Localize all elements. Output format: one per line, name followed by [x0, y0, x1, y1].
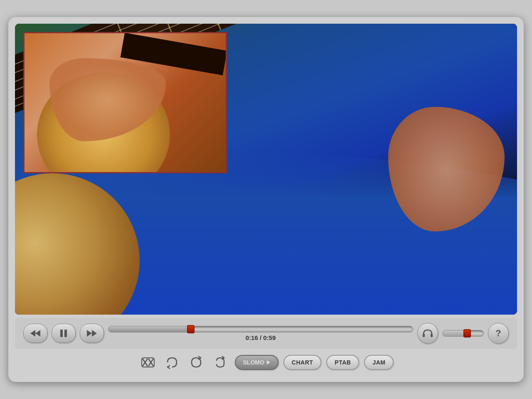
jam-label: JAM: [372, 359, 385, 366]
rewind-icon: [30, 329, 41, 337]
repeat-button[interactable]: [211, 353, 230, 372]
video-main: [15, 24, 517, 315]
time-display: 0:16 / 0:59: [246, 334, 276, 341]
forward-icon: [86, 329, 98, 337]
svg-marker-4: [87, 330, 92, 337]
help-button[interactable]: ?: [488, 323, 509, 344]
slomo-button[interactable]: SLOMO: [235, 355, 278, 370]
svg-rect-6: [423, 334, 425, 337]
bottom-controls: SLOMO CHART PTAB JAM: [15, 349, 517, 374]
rewind-button[interactable]: [23, 324, 47, 343]
ptab-label: PTAB: [335, 359, 351, 366]
svg-rect-7: [431, 334, 433, 337]
svg-rect-12: [142, 358, 154, 367]
repeat-icon: [212, 355, 228, 370]
svg-rect-2: [60, 330, 63, 337]
loop-icon: [188, 355, 204, 370]
slomo-arrow-icon: [267, 360, 270, 365]
forward-button[interactable]: [80, 324, 104, 343]
progress-track[interactable]: [108, 326, 413, 332]
player-container: 0:16 / 0:59 ?: [8, 17, 524, 382]
headphone-icon: [422, 328, 433, 338]
svg-marker-5: [92, 330, 97, 337]
progress-thumb[interactable]: [187, 325, 195, 333]
controls-bar: 0:16 / 0:59 ?: [15, 318, 517, 349]
chart-button[interactable]: CHART: [283, 355, 322, 370]
ptab-button[interactable]: PTAB: [326, 355, 359, 370]
jam-button[interactable]: JAM: [364, 355, 394, 370]
pause-icon: [59, 329, 68, 338]
slomo-label: SLOMO: [243, 359, 264, 366]
volume-container: [442, 330, 484, 337]
video-area: [15, 24, 517, 315]
volume-thumb[interactable]: [463, 329, 471, 337]
loop-one-button[interactable]: [163, 353, 182, 372]
pause-button[interactable]: [52, 324, 76, 343]
headphone-button[interactable]: [417, 323, 438, 344]
loop-one-icon: [164, 355, 180, 370]
progress-fill: [108, 326, 191, 332]
pip-video: [23, 32, 227, 173]
help-icon: ?: [495, 328, 501, 339]
chart-label: CHART: [292, 359, 313, 366]
shuffle-button[interactable]: [138, 353, 158, 372]
svg-marker-1: [35, 330, 40, 337]
svg-rect-3: [64, 330, 67, 337]
svg-marker-0: [30, 330, 35, 337]
progress-container: 0:16 / 0:59: [108, 326, 413, 341]
volume-track[interactable]: [442, 330, 484, 337]
pip-inner: [25, 33, 226, 172]
loop-button[interactable]: [187, 353, 206, 372]
shuffle-icon: [140, 355, 156, 370]
